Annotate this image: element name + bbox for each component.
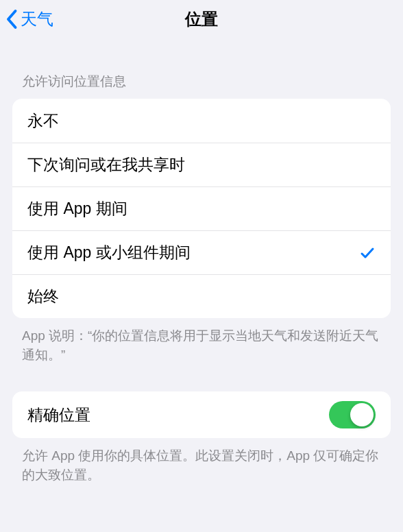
- back-label: 天气: [21, 8, 53, 30]
- precise-location-label: 精确位置: [27, 404, 90, 426]
- option-label: 使用 App 或小组件期间: [27, 242, 191, 263]
- option-always[interactable]: 始终: [12, 274, 391, 318]
- precise-location-toggle[interactable]: [329, 401, 376, 428]
- option-label: 使用 App 期间: [27, 198, 127, 219]
- option-while-using-app-or-widgets[interactable]: 使用 App 或小组件期间: [12, 230, 391, 274]
- section-header-access: 允许访问位置信息: [0, 38, 403, 99]
- precise-location-row[interactable]: 精确位置: [12, 391, 391, 438]
- chevron-left-icon: [5, 9, 19, 29]
- section-footer-access: App 说明：“你的位置信息将用于显示当地天气和发送附近天气通知。”: [0, 318, 403, 364]
- section-footer-precise: 允许 App 使用你的具体位置。此设置关闭时，App 仅可确定你的大致位置。: [0, 438, 403, 484]
- option-never[interactable]: 永不: [12, 99, 391, 143]
- nav-bar: 天气 位置: [0, 0, 403, 38]
- toggle-knob: [350, 403, 374, 426]
- access-options-group: 永不 下次询问或在我共享时 使用 App 期间 使用 App 或小组件期间 始终: [12, 99, 391, 318]
- back-button[interactable]: 天气: [5, 0, 53, 38]
- page-title: 位置: [185, 8, 219, 30]
- option-label: 永不: [27, 110, 59, 132]
- option-label: 始终: [27, 286, 59, 307]
- precise-location-group: 精确位置: [12, 391, 391, 438]
- option-while-using-app[interactable]: 使用 App 期间: [12, 186, 391, 230]
- option-label: 下次询问或在我共享时: [27, 154, 185, 176]
- option-ask-next-time[interactable]: 下次询问或在我共享时: [12, 143, 391, 186]
- checkmark-icon: [359, 245, 376, 261]
